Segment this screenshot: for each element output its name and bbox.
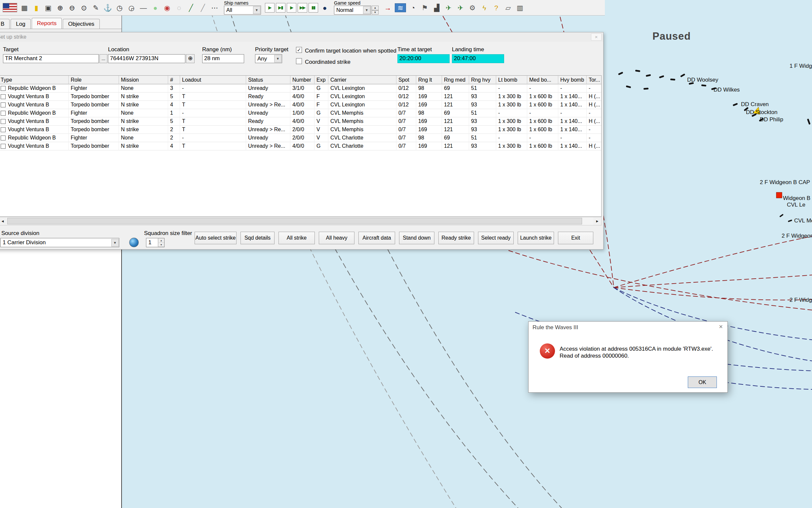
run-to-contact-icon[interactable]: ▶▮ bbox=[276, 3, 285, 12]
air-ops-gear-icon[interactable]: ⚙ bbox=[466, 1, 478, 14]
source-division-select[interactable]: 1 Carrier Division ▼ bbox=[0, 238, 119, 247]
coordinated-strike-checkbox[interactable] bbox=[296, 58, 302, 64]
time-icon[interactable]: ◔ bbox=[407, 1, 419, 14]
table-row[interactable]: Vought Ventura BTorpedo bomberN strike5T… bbox=[0, 117, 601, 126]
night-icon[interactable]: ● bbox=[319, 1, 331, 14]
ship-names-select[interactable]: All ▼ bbox=[224, 6, 261, 14]
game-speed-spinner[interactable]: ▲ ▼ bbox=[372, 6, 378, 14]
play-icon[interactable]: ▶ bbox=[287, 3, 296, 12]
air-formation-icon[interactable]: ✈ bbox=[443, 1, 455, 14]
row-checkbox[interactable] bbox=[1, 86, 6, 91]
tab-log[interactable]: Log bbox=[10, 19, 31, 29]
pause-icon[interactable]: ▮▮ bbox=[309, 3, 318, 12]
tab-objectives[interactable]: Objectives bbox=[63, 19, 99, 29]
zoom-out-icon[interactable]: ⊖ bbox=[66, 1, 78, 14]
fast-forward-icon[interactable]: ▶▶ bbox=[298, 3, 307, 12]
priority-target-select[interactable]: Any ▼ bbox=[255, 54, 282, 63]
row-checkbox[interactable] bbox=[1, 135, 6, 140]
all-strike-button[interactable]: All strike bbox=[278, 232, 315, 244]
column-header-hvy-bomb[interactable]: Hvy bomb bbox=[558, 76, 587, 84]
column-header-status[interactable]: Status bbox=[246, 76, 290, 84]
step-forward-icon[interactable]: ▶ bbox=[265, 3, 274, 12]
column-header-loadout[interactable]: Loadout bbox=[180, 76, 246, 84]
screenshots-icon[interactable]: ▣ bbox=[42, 1, 54, 14]
air-group-icon[interactable]: ✈ bbox=[455, 1, 466, 14]
row-checkbox[interactable] bbox=[1, 102, 6, 108]
table-row[interactable]: Republic Widgeon BFighterNone2-Unready2/… bbox=[0, 134, 601, 142]
squadron-size-filter-spinner[interactable]: 1 ▲ ▼ bbox=[146, 238, 165, 247]
table-row[interactable]: Vought Ventura BTorpedo bomberN strike4T… bbox=[0, 101, 601, 109]
clock-alt-icon[interactable]: ◶ bbox=[126, 1, 137, 14]
row-checkbox[interactable] bbox=[1, 144, 6, 149]
column-header-carrier[interactable]: Carrier bbox=[328, 76, 396, 84]
column-header-med-bo[interactable]: Med bo... bbox=[527, 76, 558, 84]
table-row[interactable]: Republic Widgeon BFighterNone3-Unready3/… bbox=[0, 84, 601, 92]
green-circle-icon[interactable]: ● bbox=[149, 1, 161, 14]
table-hscrollbar[interactable]: ◄ ► bbox=[0, 217, 601, 225]
anchor-icon[interactable]: ⚓ bbox=[102, 1, 114, 14]
sqd-details-button[interactable]: Sqd details bbox=[240, 232, 274, 244]
close-icon[interactable]: × bbox=[719, 323, 723, 331]
confirm-target-checkbox[interactable]: ✓ bbox=[296, 47, 302, 53]
row-checkbox[interactable] bbox=[1, 127, 6, 132]
exit-button[interactable]: Exit bbox=[558, 232, 593, 244]
close-icon[interactable]: × bbox=[591, 33, 601, 41]
lightning-icon[interactable]: ϟ bbox=[478, 1, 490, 14]
select-ready-button[interactable]: Select ready bbox=[478, 232, 514, 244]
chart-icon[interactable]: ▟ bbox=[431, 1, 443, 14]
clock-icon[interactable]: ◷ bbox=[114, 1, 126, 14]
column-header-rng-lt[interactable]: Rng lt bbox=[416, 76, 442, 84]
column-header-exp[interactable]: Exp bbox=[315, 76, 328, 84]
column-header-[interactable]: # bbox=[168, 76, 180, 84]
ok-button[interactable]: OK bbox=[688, 376, 717, 388]
scroll-left-icon[interactable]: ◄ bbox=[0, 217, 7, 225]
column-header-lt-bomb[interactable]: Lt bomb bbox=[496, 76, 527, 84]
globe-icon[interactable] bbox=[129, 238, 139, 247]
tab-b[interactable]: B bbox=[0, 19, 10, 29]
auto-select-strike-button[interactable]: Auto select strike bbox=[194, 232, 236, 244]
dots-icon[interactable]: ⋯ bbox=[209, 1, 221, 14]
measure-icon[interactable]: ╱ bbox=[197, 1, 209, 14]
record-icon[interactable]: ◉ bbox=[161, 1, 173, 14]
printer-icon[interactable]: ▥ bbox=[514, 1, 526, 14]
locate-target-icon[interactable]: ⊕ bbox=[186, 54, 194, 63]
spin-down-icon[interactable]: ▼ bbox=[372, 10, 378, 15]
next-turn-icon[interactable]: → bbox=[382, 1, 394, 14]
column-header-mission[interactable]: Mission bbox=[119, 76, 168, 84]
help-icon[interactable]: ? bbox=[490, 1, 502, 14]
spin-up-icon[interactable]: ▲ bbox=[158, 238, 164, 243]
spin-up-icon[interactable]: ▲ bbox=[372, 6, 378, 10]
column-header-type[interactable]: Type bbox=[0, 76, 69, 84]
row-checkbox[interactable] bbox=[1, 111, 6, 116]
column-header-number[interactable]: Number bbox=[290, 76, 315, 84]
column-header-rng-hvy[interactable]: Rng hvy bbox=[469, 76, 496, 84]
scrollbar-thumb[interactable] bbox=[7, 218, 582, 224]
zoom-in-icon[interactable]: ⊕ bbox=[54, 1, 66, 14]
line-tool-icon[interactable]: ╱ bbox=[185, 1, 197, 14]
scroll-right-icon[interactable]: ► bbox=[593, 217, 601, 225]
ready-strike-button[interactable]: Ready strike bbox=[438, 232, 474, 244]
table-row[interactable]: Republic Widgeon BFighterNone1-Unready1/… bbox=[0, 109, 601, 117]
dialog-titlebar[interactable]: Set up strike × bbox=[0, 32, 603, 42]
weather-icon[interactable]: ≋ bbox=[395, 3, 406, 12]
minus-icon[interactable]: — bbox=[137, 1, 149, 14]
table-row[interactable]: Vought Ventura BTorpedo bomberN strike5T… bbox=[0, 92, 601, 101]
us-flag-icon[interactable] bbox=[1, 1, 18, 14]
range-input[interactable]: 28 nm bbox=[202, 54, 244, 63]
save-icon[interactable]: ▦ bbox=[18, 1, 31, 14]
location-input[interactable]: 764416W 273913N bbox=[108, 54, 185, 63]
column-header-tor[interactable]: Tor... bbox=[587, 76, 601, 84]
table-row[interactable]: Vought Ventura BTorpedo bomberN strike2T… bbox=[0, 126, 601, 134]
column-header-spot[interactable]: Spot bbox=[396, 76, 416, 84]
launch-strike-button[interactable]: Launch strike bbox=[517, 232, 554, 244]
aircraft-data-button[interactable]: Aircraft data bbox=[358, 232, 395, 244]
tab-reports[interactable]: Reports bbox=[32, 18, 62, 29]
spin-down-icon[interactable]: ▼ bbox=[158, 243, 164, 247]
game-speed-select[interactable]: Normal ▼ bbox=[334, 6, 371, 14]
target-input[interactable]: TR Merchant 2 bbox=[3, 54, 99, 63]
row-checkbox[interactable] bbox=[1, 119, 6, 124]
gray-circle-icon[interactable]: ◌ bbox=[173, 1, 185, 14]
stand-down-button[interactable]: Stand down bbox=[399, 232, 435, 244]
log-book-icon[interactable]: ▮ bbox=[31, 1, 42, 14]
all-heavy-button[interactable]: All heavy bbox=[319, 232, 355, 244]
